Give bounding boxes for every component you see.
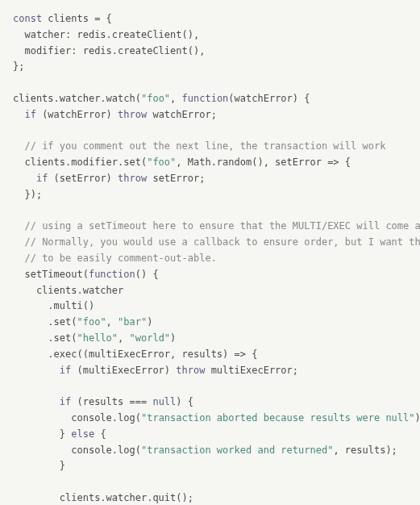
keyword: if: [36, 173, 48, 184]
code-line: // if you comment out the next line, the…: [13, 139, 407, 155]
code-text: .exec((multiExecError, results) => {: [13, 348, 257, 360]
code-line: if (setError) throw setError;: [13, 171, 407, 187]
code-line: console.log("transaction aborted because…: [13, 411, 407, 427]
code-text: clients = {: [42, 13, 112, 24]
code-text: .set(: [13, 332, 77, 344]
code-text: setTimeout(: [13, 269, 89, 280]
code-text: clients.watcher.watch(: [13, 93, 141, 104]
code-text: watcher: redis.createClient(),: [13, 29, 199, 40]
code-text: [13, 252, 24, 264]
code-text: ): [170, 332, 176, 344]
string: "world": [130, 332, 171, 344]
code-line: // to be easily comment-out-able.: [13, 251, 407, 267]
code-text: [13, 140, 24, 152]
string: "transaction worked and returned": [141, 444, 333, 456]
code-text: ): [147, 316, 152, 328]
code-text: (setError): [48, 173, 118, 184]
code-text: (multiExecError): [71, 365, 176, 376]
code-line: });: [13, 187, 407, 203]
code-line: [13, 378, 407, 394]
code-text: [13, 173, 36, 184]
code-text: [13, 220, 24, 232]
code-line: .multi(): [13, 298, 407, 315]
code-text: (watchError): [36, 109, 118, 120]
code-line: [13, 474, 407, 490]
code-text: , results);: [333, 444, 397, 456]
code-text: });: [13, 189, 42, 200]
code-text: watchError;: [147, 109, 217, 120]
comment: // to be easily comment-out-able.: [24, 252, 216, 264]
code-line: clients.watcher.quit();: [13, 490, 407, 505]
code-text: [13, 236, 24, 248]
code-line: .set("hello", "world"): [13, 331, 407, 347]
keyword: if: [60, 396, 71, 407]
keyword: if: [60, 365, 71, 376]
code-text: };: [13, 61, 24, 72]
code-text: console.log(: [13, 444, 141, 456]
code-text: (watchError) {: [228, 93, 310, 104]
code-text: .multi(): [13, 300, 94, 311]
code-line: setTimeout(function() {: [13, 267, 407, 283]
code-text: modifier: redis.createClient(),: [13, 45, 205, 56]
code-text: , Math.random(), setError => {: [176, 157, 351, 168]
code-line: .exec((multiExecError, results) => {: [13, 347, 407, 363]
code-text: ,: [106, 316, 118, 328]
code-line: // using a setTimeout here to ensure tha…: [13, 219, 407, 235]
code-text: clients.watcher.quit();: [13, 492, 193, 503]
code-text: [13, 109, 24, 120]
code-text: [13, 396, 60, 407]
code-line: } else {: [13, 427, 407, 443]
code-text: [13, 365, 60, 376]
code-line: const clients = {: [13, 11, 407, 27]
code-text: (results ===: [71, 396, 152, 407]
keyword: throw: [176, 365, 205, 376]
keyword: function: [89, 269, 135, 280]
keyword: const: [13, 13, 42, 24]
keyword: if: [24, 109, 35, 120]
code-line: clients.modifier.set("foo", Math.random(…: [13, 155, 407, 171]
string: "foo": [77, 316, 106, 328]
keyword: else: [71, 428, 94, 440]
code-text: multiExecError;: [205, 365, 298, 376]
code-line: watcher: redis.createClient(),: [13, 27, 407, 44]
code-line: clients.watcher.watch("foo", function(wa…: [13, 91, 407, 107]
keyword: null: [152, 396, 176, 407]
code-line: if (results === null) {: [13, 394, 407, 411]
code-text: setError;: [147, 173, 205, 184]
code-text: {: [94, 428, 106, 440]
comment: // if you comment out the next line, the…: [24, 140, 385, 152]
code-text: ,: [170, 93, 181, 104]
code-line: }: [13, 458, 407, 474]
code-text: }: [13, 428, 71, 440]
code-block: const clients = { watcher: redis.createC…: [13, 11, 407, 505]
code-text: .set(: [13, 316, 77, 328]
code-line: .set("foo", "bar"): [13, 315, 407, 331]
code-text: ) {: [176, 396, 193, 407]
code-text: }: [13, 460, 65, 471]
string: "transaction aborted because results wer…: [141, 412, 415, 424]
string: "hello": [77, 332, 118, 344]
comment: // Normally, you would use a callback to…: [24, 236, 420, 248]
keyword: throw: [118, 109, 147, 120]
code-text: clients.watcher: [13, 285, 123, 296]
code-line: [13, 75, 407, 91]
string: "bar": [118, 316, 147, 328]
string: "foo": [141, 93, 170, 104]
code-line: if (multiExecError) throw multiExecError…: [13, 363, 407, 379]
string: "foo": [147, 157, 176, 168]
code-line: // Normally, you would use a callback to…: [13, 235, 407, 251]
code-line: if (watchError) throw watchError;: [13, 107, 407, 123]
code-text: clients.modifier.set(: [13, 157, 147, 168]
code-line: };: [13, 59, 407, 75]
comment: // using a setTimeout here to ensure tha…: [24, 220, 420, 232]
keyword: throw: [118, 173, 147, 184]
code-text: () {: [135, 269, 159, 280]
code-text: ,: [118, 332, 129, 344]
code-line: modifier: redis.createClient(),: [13, 44, 407, 60]
code-text: );: [415, 412, 420, 424]
keyword: function: [182, 93, 229, 104]
code-line: [13, 123, 407, 140]
code-line: clients.watcher: [13, 283, 407, 299]
code-text: console.log(: [13, 412, 141, 424]
code-line: console.log("transaction worked and retu…: [13, 443, 407, 459]
